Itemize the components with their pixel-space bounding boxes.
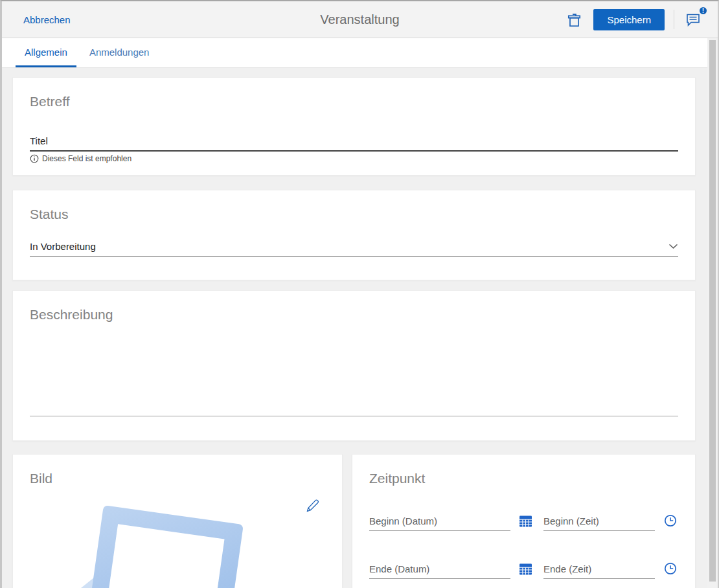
vertical-scrollbar (707, 39, 718, 588)
toolbar-divider (674, 10, 674, 29)
ende-zeit-picker-button[interactable] (663, 561, 678, 576)
command-bar-actions: Speichern ! (564, 9, 703, 30)
section-beschreibung: Beschreibung (12, 290, 696, 441)
section-zeitpunkt: Zeitpunkt (352, 454, 696, 588)
image-placeholder-canvas (101, 524, 225, 588)
section-heading-bild: Bild (30, 469, 325, 488)
field-hint-text: Dieses Feld ist empfohlen (42, 154, 131, 163)
section-betreff: Betreff Dieses Feld ist empfohlen (12, 77, 696, 175)
command-bar: Abbrechen Veranstaltung Speichern (2, 1, 718, 38)
calendar-icon (519, 563, 532, 575)
section-status: Status In Vorbereitung (12, 190, 696, 280)
edit-image-button[interactable] (304, 496, 320, 514)
event-form-window: Abbrechen Veranstaltung Speichern (0, 0, 719, 588)
section-heading-betreff: Betreff (30, 92, 678, 111)
bottom-row: Bild (12, 454, 696, 588)
form-content: Betreff Dieses Feld ist empfohlen Status… (2, 68, 707, 588)
beginn-datum-picker-button[interactable] (518, 514, 533, 528)
section-bild: Bild (12, 454, 343, 588)
beginn-row (369, 513, 678, 531)
tab-anmeldungen[interactable]: Anmeldungen (80, 38, 159, 67)
ende-row (369, 561, 678, 579)
delete-button[interactable] (564, 9, 584, 30)
beschreibung-textarea[interactable] (30, 328, 678, 416)
clock-icon (664, 562, 677, 575)
tab-strip: Allgemein Anmeldungen (2, 38, 707, 68)
trash-icon (565, 10, 583, 28)
scrollbar-thumb[interactable] (709, 40, 716, 582)
calendar-icon (519, 515, 532, 527)
field-hint: Dieses Feld ist empfohlen (30, 154, 678, 163)
beginn-zeit-picker-button[interactable] (663, 513, 678, 528)
info-icon (30, 154, 39, 163)
tab-allgemein[interactable]: Allgemein (16, 38, 76, 67)
titel-input[interactable] (30, 133, 678, 152)
beginn-zeit-input[interactable] (543, 514, 655, 531)
image-placeholder-frame (82, 505, 244, 588)
pencil-icon (305, 497, 319, 512)
zeitpunkt-fields (369, 513, 678, 579)
notification-badge: ! (698, 6, 708, 16)
ende-zeit-input[interactable] (543, 561, 655, 579)
status-dropdown[interactable]: In Vorbereitung (30, 241, 678, 257)
section-heading-zeitpunkt: Zeitpunkt (369, 469, 678, 488)
feedback-button[interactable]: ! (683, 10, 703, 29)
cancel-button[interactable]: Abbrechen (23, 14, 71, 25)
ende-datum-picker-button[interactable] (518, 562, 533, 576)
section-heading-status: Status (30, 205, 678, 224)
chevron-down-icon (668, 243, 678, 249)
section-heading-beschreibung: Beschreibung (30, 305, 678, 324)
status-value: In Vorbereitung (30, 241, 668, 252)
image-placeholder-triangle (32, 575, 97, 588)
ende-datum-input[interactable] (369, 561, 510, 579)
beginn-datum-input[interactable] (369, 514, 510, 531)
save-button[interactable]: Speichern (593, 9, 665, 30)
clock-icon (664, 514, 677, 527)
